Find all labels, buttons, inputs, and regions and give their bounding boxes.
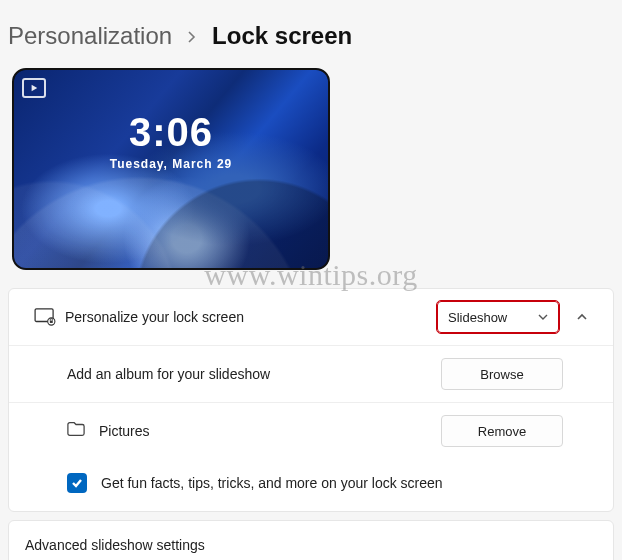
preview-clock: 3:06 Tuesday, March 29 (110, 110, 233, 171)
svg-rect-2 (50, 321, 53, 323)
fun-facts-row: Get fun facts, tips, tricks, and more on… (9, 459, 613, 511)
pictures-label: Pictures (99, 423, 441, 439)
personalize-card: Personalize your lock screen Slideshow A… (8, 288, 614, 512)
advanced-card[interactable]: Advanced slideshow settings (8, 520, 614, 560)
preview-date: Tuesday, March 29 (110, 157, 233, 171)
fun-facts-checkbox[interactable] (67, 473, 87, 493)
dropdown-value: Slideshow (448, 310, 507, 325)
lock-screen-icon (25, 308, 65, 326)
page-title: Lock screen (212, 22, 352, 50)
add-album-label: Add an album for your slideshow (67, 366, 441, 382)
collapse-button[interactable] (567, 302, 597, 332)
personalize-label: Personalize your lock screen (65, 309, 437, 325)
browse-button[interactable]: Browse (441, 358, 563, 390)
personalize-header-row: Personalize your lock screen Slideshow (9, 289, 613, 345)
breadcrumb-parent[interactable]: Personalization (8, 22, 172, 50)
slideshow-play-icon (22, 78, 46, 98)
background-type-dropdown[interactable]: Slideshow (437, 301, 559, 333)
folder-icon (67, 421, 85, 441)
breadcrumb: Personalization Lock screen (8, 0, 614, 68)
add-album-row: Add an album for your slideshow Browse (9, 345, 613, 402)
remove-button[interactable]: Remove (441, 415, 563, 447)
pictures-album-row: Pictures Remove (9, 402, 613, 459)
fun-facts-label: Get fun facts, tips, tricks, and more on… (101, 475, 443, 491)
advanced-label: Advanced slideshow settings (25, 537, 205, 553)
chevron-down-icon (538, 310, 548, 325)
preview-time: 3:06 (110, 110, 233, 155)
lock-screen-preview[interactable]: 3:06 Tuesday, March 29 (12, 68, 330, 270)
chevron-right-icon (186, 25, 198, 48)
